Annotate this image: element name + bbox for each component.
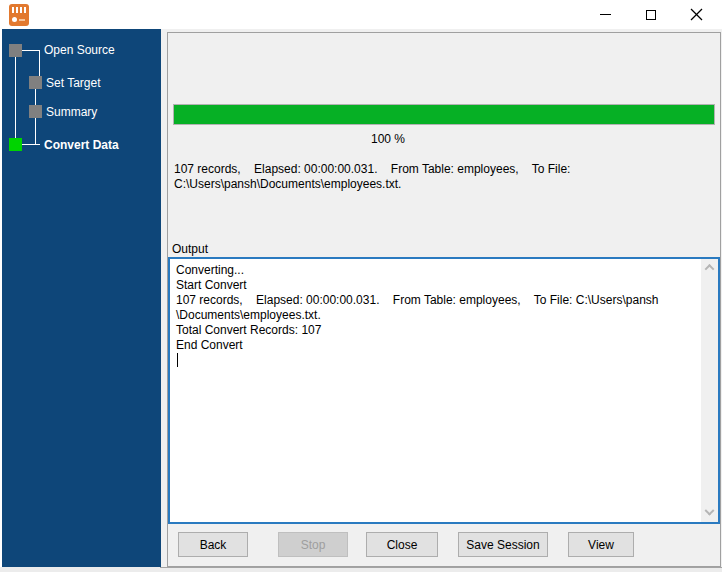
tree-connector-line bbox=[15, 57, 16, 138]
app-icon-table-glyph bbox=[12, 7, 26, 13]
chevron-down-icon bbox=[705, 506, 715, 516]
close-button[interactable]: Close bbox=[366, 532, 438, 557]
title-bar bbox=[0, 0, 722, 29]
bottom-divider-line bbox=[160, 567, 722, 568]
convert-panel: 100 % 107 records, Elapsed: 00:00:00.031… bbox=[167, 32, 721, 567]
step-icon-summary bbox=[29, 105, 42, 118]
conversion-status-text: 107 records, Elapsed: 00:00:00.031. From… bbox=[174, 162, 714, 192]
progress-percent-label: 100 % bbox=[168, 132, 608, 146]
close-icon bbox=[690, 8, 703, 21]
minimize-button[interactable] bbox=[583, 0, 628, 29]
maximize-icon bbox=[646, 10, 656, 20]
tree-connector-line bbox=[39, 50, 40, 76]
progress-bar-fill bbox=[174, 105, 714, 124]
window-bottom-edge bbox=[0, 567, 722, 572]
maximize-button[interactable] bbox=[628, 0, 673, 29]
wizard-steps-sidebar: Open Source Set Target Summary Convert D… bbox=[2, 29, 161, 567]
progress-bar bbox=[173, 104, 715, 125]
scroll-down-button[interactable] bbox=[701, 505, 718, 522]
step-icon-convert-data-active bbox=[9, 138, 22, 151]
sidebar-step-open-source: Open Source bbox=[44, 43, 115, 57]
status-line1: 107 records, Elapsed: 00:00:00.031. From… bbox=[174, 162, 570, 176]
vertical-scrollbar[interactable] bbox=[701, 259, 718, 522]
app-icon bbox=[9, 4, 29, 26]
minimize-icon bbox=[600, 14, 611, 15]
scroll-up-button[interactable] bbox=[701, 259, 718, 276]
sidebar-step-set-target: Set Target bbox=[46, 76, 100, 90]
sidebar-step-convert-data: Convert Data bbox=[44, 138, 119, 152]
close-window-button[interactable] bbox=[674, 0, 719, 29]
tree-connector-line bbox=[35, 89, 36, 105]
sidebar-step-summary: Summary bbox=[46, 105, 97, 119]
tree-connector-line bbox=[22, 50, 40, 51]
step-icon-set-target bbox=[29, 76, 42, 89]
app-icon-dot-glyph bbox=[12, 17, 17, 22]
save-session-button[interactable]: Save Session bbox=[458, 532, 548, 557]
stop-button[interactable]: Stop bbox=[278, 532, 348, 557]
tree-connector-line bbox=[22, 144, 40, 145]
chevron-up-icon bbox=[705, 264, 715, 274]
tree-connector-line bbox=[35, 118, 36, 145]
status-line2: C:\Users\pansh\Documents\employees.txt. bbox=[174, 177, 401, 191]
app-icon-dash-glyph bbox=[19, 19, 25, 21]
step-icon-open-source bbox=[9, 44, 22, 57]
output-log-box[interactable]: Converting... Start Convert 107 records,… bbox=[168, 257, 720, 524]
output-log-text: Converting... Start Convert 107 records,… bbox=[176, 263, 686, 353]
output-label: Output bbox=[172, 242, 208, 256]
text-caret bbox=[177, 353, 178, 367]
view-button[interactable]: View bbox=[568, 532, 634, 557]
back-button[interactable]: Back bbox=[178, 532, 248, 557]
